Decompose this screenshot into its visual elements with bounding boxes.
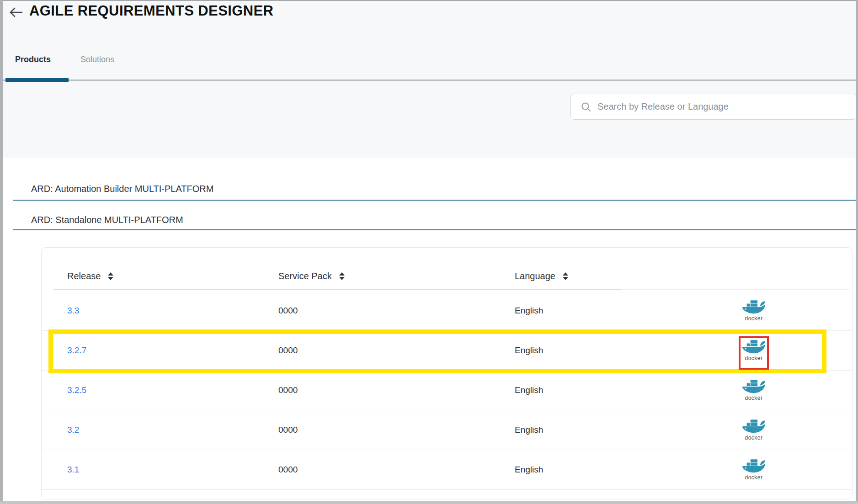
window-border — [0, 0, 858, 1]
column-label: Service Pack — [278, 271, 332, 281]
window-border — [856, 0, 858, 504]
language-value: English — [515, 345, 543, 355]
table-row: 3.3 0000 English — [42, 291, 852, 331]
search-box[interactable] — [570, 94, 857, 120]
service-pack-value: 0000 — [278, 306, 298, 316]
release-link[interactable]: 3.3 — [67, 306, 79, 316]
docker-download-link[interactable]: docker — [732, 300, 776, 322]
docker-download-link[interactable]: docker — [732, 459, 776, 481]
column-header-release[interactable]: Release — [67, 270, 113, 282]
language-value: English — [515, 306, 543, 316]
service-pack-value: 0000 — [278, 345, 298, 355]
service-pack-value: 0000 — [278, 385, 298, 395]
docker-icon — [742, 380, 766, 395]
docker-icon-label: docker — [745, 435, 762, 441]
window-border — [0, 0, 3, 504]
app-window: AGILE REQUIREMENTS DESIGNER Products Sol… — [0, 0, 858, 504]
service-pack-value: 0000 — [278, 425, 298, 435]
table-row: 3.2.5 0000 English — [42, 371, 852, 410]
table-header-divider — [53, 289, 621, 290]
service-pack-value: 0000 — [278, 465, 298, 475]
language-value: English — [515, 465, 543, 475]
language-value: English — [515, 385, 543, 395]
tab-rail — [3, 80, 856, 81]
releases-table: Release Service Pack Language 3.3 0000 E… — [41, 247, 853, 499]
docker-icon — [742, 459, 766, 475]
docker-download-link[interactable]: docker — [732, 419, 776, 441]
docker-icon — [742, 419, 766, 435]
back-arrow-icon[interactable] — [7, 5, 24, 19]
release-link[interactable]: 3.2 — [67, 425, 79, 435]
window-border — [0, 501, 858, 504]
table-header-divider — [621, 289, 849, 290]
section-automation-builder[interactable]: ARD: Automation Builder MULTI-PLATFORM — [31, 182, 213, 196]
tab-solutions[interactable]: Solutions — [80, 55, 114, 64]
page-title: AGILE REQUIREMENTS DESIGNER — [29, 3, 273, 19]
table-body: 3.3 0000 English — [42, 291, 852, 490]
release-link[interactable]: 3.1 — [67, 465, 79, 475]
table-row: 3.2 0000 English — [42, 410, 852, 450]
column-header-service-pack[interactable]: Service Pack — [278, 270, 345, 282]
table-row: 3.1 0000 English — [42, 450, 852, 490]
sort-icon[interactable] — [108, 272, 113, 280]
search-icon — [581, 102, 591, 112]
release-link[interactable]: 3.2.7 — [67, 345, 86, 355]
sort-icon[interactable] — [339, 272, 345, 280]
tab-products[interactable]: Products — [15, 55, 51, 64]
docker-icon-label: docker — [745, 355, 762, 361]
section-standalone[interactable]: ARD: Standalone MULTI-PLATFORM — [31, 213, 183, 227]
column-label: Language — [515, 271, 555, 281]
docker-icon — [742, 300, 766, 316]
docker-icon-label: docker — [745, 395, 762, 401]
section-divider — [13, 200, 858, 201]
section-divider — [13, 229, 858, 230]
docker-icon-label: docker — [745, 474, 762, 481]
sort-icon[interactable] — [563, 272, 568, 280]
docker-download-link[interactable]: docker — [732, 380, 776, 401]
docker-icon — [742, 340, 766, 355]
docker-download-link[interactable]: docker — [732, 340, 776, 361]
active-tab-indicator — [5, 78, 69, 82]
table-row: 3.2.7 0000 English — [42, 331, 852, 371]
column-header-language[interactable]: Language — [515, 270, 568, 282]
release-link[interactable]: 3.2.5 — [67, 385, 86, 395]
search-input[interactable] — [597, 101, 856, 112]
column-label: Release — [67, 271, 101, 281]
language-value: English — [515, 425, 543, 435]
docker-icon-label: docker — [745, 315, 762, 322]
